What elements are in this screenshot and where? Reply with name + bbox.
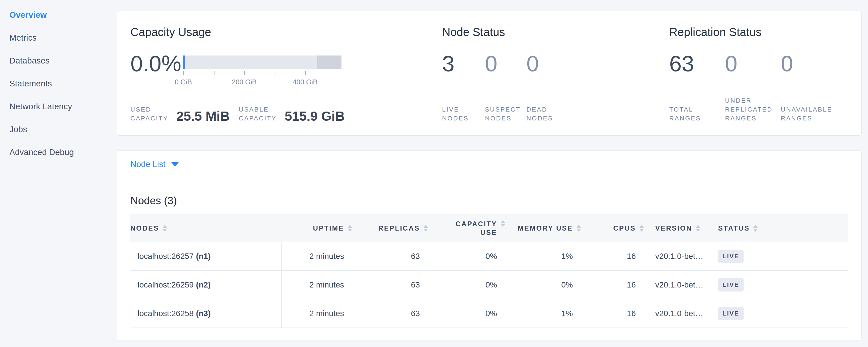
capacity-bar-used-marker xyxy=(183,56,185,69)
cell-memory-use: 0% xyxy=(508,271,584,299)
table-row-n1[interactable]: localhost:26257(n1)2 minutes630%1%16v20.… xyxy=(130,242,848,271)
sidebar-item-statements[interactable]: Statements xyxy=(9,79,117,102)
column-header-uptime[interactable]: UPTIME xyxy=(282,214,355,242)
capacity-bar-usable xyxy=(183,56,317,69)
column-header-memory-use[interactable]: MEMORY USE xyxy=(508,214,584,242)
capacity-usage-section: Capacity Usage 0.0% 0 GiB200 GiB400 GiB … xyxy=(130,25,442,135)
table-row-n3[interactable]: localhost:26258(n3)2 minutes630%1%16v20.… xyxy=(130,299,848,328)
summary-label: USABLECAPACITY xyxy=(239,105,277,123)
cell-uptime: 2 minutes xyxy=(282,242,355,270)
replication-status-title: Replication Status xyxy=(669,25,848,39)
cell-capacity-use: 0% xyxy=(431,299,508,327)
column-header-status[interactable]: STATUS xyxy=(712,214,848,242)
sort-icon xyxy=(640,225,644,232)
axis-tick xyxy=(336,71,336,75)
sidebar-item-databases[interactable]: Databases xyxy=(9,56,117,79)
axis-tick xyxy=(214,71,215,75)
cell-cpus: 16 xyxy=(584,271,647,299)
capacity-axis: 0 GiB200 GiB400 GiB xyxy=(183,71,341,88)
cell-version: v20.1.0-bet… xyxy=(647,271,712,299)
capacity-bar-chart: 0 GiB200 GiB400 GiB xyxy=(183,56,341,88)
sidebar-item-jobs[interactable]: Jobs xyxy=(9,125,117,148)
node-status-section: Node Status 300LIVENODESSUSPECTNODESDEAD… xyxy=(442,25,669,135)
node-address: localhost:26257(n1) xyxy=(130,242,282,270)
sort-icon xyxy=(348,225,352,232)
sidebar-item-network-latency[interactable]: Network Latency xyxy=(9,102,117,125)
axis-tick-label: 400 GiB xyxy=(292,78,317,86)
cell-uptime: 2 minutes xyxy=(282,271,355,299)
node-address: localhost:26258(n3) xyxy=(130,299,282,327)
cell-status: LIVE xyxy=(712,299,848,327)
axis-tick-label: 200 GiB xyxy=(232,78,257,86)
sort-icon xyxy=(577,225,581,232)
capacity-bar-other xyxy=(317,56,341,69)
status-badge: LIVE xyxy=(718,307,744,320)
summary-label: USEDCAPACITY xyxy=(130,105,168,123)
column-header-capacity-use[interactable]: CAPACITYUSE xyxy=(431,214,508,242)
cell-version: v20.1.0-bet… xyxy=(647,299,712,327)
column-header-version[interactable]: VERSION xyxy=(647,214,712,242)
cell-status: LIVE xyxy=(712,271,848,299)
sidebar-item-overview[interactable]: Overview xyxy=(9,10,117,33)
stat-label-dead-nodes: DEADNODES xyxy=(527,105,589,123)
status-badge: LIVE xyxy=(718,250,744,263)
axis-tick xyxy=(183,71,184,75)
stat-value-live-nodes: 3 xyxy=(442,52,485,75)
nodes-table: NODES UPTIME REPLICAS CAPACITYUSE MEMORY… xyxy=(130,214,848,328)
sort-icon xyxy=(424,225,428,232)
summary-value: 515.9 GiB xyxy=(285,109,345,123)
chevron-down-icon xyxy=(171,162,179,167)
capacity-usage-title: Capacity Usage xyxy=(130,25,442,39)
sort-icon xyxy=(696,225,700,232)
stat-label-live-nodes: LIVENODES xyxy=(442,105,485,123)
sidebar-item-advanced-debug[interactable]: Advanced Debug xyxy=(9,148,117,170)
cell-memory-use: 1% xyxy=(508,242,584,270)
node-status-title: Node Status xyxy=(442,25,669,39)
axis-tick-label: 0 GiB xyxy=(175,78,192,86)
cell-replicas: 63 xyxy=(355,271,431,299)
stat-value-dead-nodes: 0 xyxy=(527,52,589,75)
cell-version: v20.1.0-bet… xyxy=(647,242,712,270)
node-list-card: Node List Nodes (3) NODES UPTIME REPLICA… xyxy=(117,151,862,340)
cell-uptime: 2 minutes xyxy=(282,299,355,327)
cell-cpus: 16 xyxy=(584,299,647,327)
stat-value-unavailable-ranges: 0 xyxy=(781,52,848,75)
column-header-cpus[interactable]: CPUS xyxy=(584,214,647,242)
cell-capacity-use: 0% xyxy=(431,271,508,299)
cell-memory-use: 1% xyxy=(508,299,584,327)
stat-label-under-replicated-ranges: UNDER-REPLICATEDRANGES xyxy=(725,96,781,123)
cluster-overview-card: Capacity Usage 0.0% 0 GiB200 GiB400 GiB … xyxy=(117,10,862,135)
sort-icon xyxy=(501,220,505,227)
capacity-summary-usable: USABLECAPACITY515.9 GiB xyxy=(239,105,345,123)
stat-value-under-replicated-ranges: 0 xyxy=(725,52,781,75)
column-header-node[interactable]: NODES xyxy=(130,214,282,242)
cell-status: LIVE xyxy=(712,242,848,270)
stat-value-total-ranges: 63 xyxy=(669,52,725,75)
cell-capacity-use: 0% xyxy=(431,242,508,270)
sort-icon xyxy=(163,225,167,232)
axis-tick xyxy=(244,71,245,75)
nodes-table-header: NODES UPTIME REPLICAS CAPACITYUSE MEMORY… xyxy=(130,214,848,242)
column-header-replicas[interactable]: REPLICAS xyxy=(355,214,431,242)
stat-label-suspect-nodes: SUSPECTNODES xyxy=(485,105,527,123)
capacity-summary-used: USEDCAPACITY25.5 MiB xyxy=(130,105,230,123)
node-list-dropdown[interactable]: Node List xyxy=(117,151,861,178)
cell-replicas: 63 xyxy=(355,299,431,327)
node-address: localhost:26259(n2) xyxy=(130,271,282,299)
table-row-n2[interactable]: localhost:26259(n2)2 minutes630%0%16v20.… xyxy=(130,271,848,299)
axis-tick xyxy=(275,71,275,75)
cell-cpus: 16 xyxy=(584,242,647,270)
sidebar: OverviewMetricsDatabasesStatementsNetwor… xyxy=(0,0,117,347)
sort-icon xyxy=(753,225,757,232)
node-list-dropdown-label: Node List xyxy=(130,160,165,169)
stat-label-unavailable-ranges: UNAVAILABLERANGES xyxy=(781,105,848,123)
replication-status-section: Replication Status 6300TOTALRANGESUNDER-… xyxy=(669,25,848,135)
status-badge: LIVE xyxy=(718,278,744,291)
axis-tick xyxy=(305,71,306,75)
summary-value: 25.5 MiB xyxy=(176,109,230,123)
nodes-heading: Nodes (3) xyxy=(130,195,848,207)
stat-label-total-ranges: TOTALRANGES xyxy=(669,105,725,123)
stat-value-suspect-nodes: 0 xyxy=(485,52,527,75)
sidebar-item-metrics[interactable]: Metrics xyxy=(9,33,117,56)
cell-replicas: 63 xyxy=(355,242,431,270)
